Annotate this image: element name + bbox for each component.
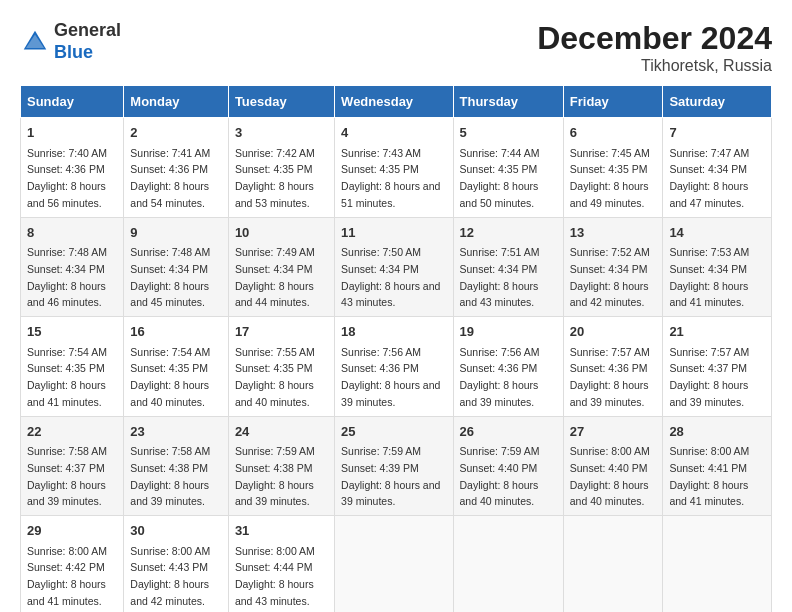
daylight-info: Daylight: 8 hours and 39 minutes.	[341, 479, 440, 508]
sunrise-info: Sunrise: 7:42 AM	[235, 147, 315, 159]
sunrise-info: Sunrise: 8:00 AM	[570, 445, 650, 457]
sunset-info: Sunset: 4:34 PM	[570, 263, 648, 275]
calendar-cell	[563, 516, 663, 613]
sunrise-info: Sunrise: 7:47 AM	[669, 147, 749, 159]
calendar-week-row: 1 Sunrise: 7:40 AM Sunset: 4:36 PM Dayli…	[21, 118, 772, 218]
daylight-info: Daylight: 8 hours and 39 minutes.	[669, 379, 748, 408]
sunrise-info: Sunrise: 7:48 AM	[130, 246, 210, 258]
header-row: SundayMondayTuesdayWednesdayThursdayFrid…	[21, 86, 772, 118]
daylight-info: Daylight: 8 hours and 39 minutes.	[341, 379, 440, 408]
calendar-cell: 13 Sunrise: 7:52 AM Sunset: 4:34 PM Dayl…	[563, 217, 663, 317]
sunset-info: Sunset: 4:35 PM	[341, 163, 419, 175]
sunset-info: Sunset: 4:35 PM	[235, 362, 313, 374]
sunset-info: Sunset: 4:36 PM	[27, 163, 105, 175]
sunset-info: Sunset: 4:38 PM	[130, 462, 208, 474]
sunrise-info: Sunrise: 7:54 AM	[27, 346, 107, 358]
weekday-header: Monday	[124, 86, 229, 118]
calendar-cell: 4 Sunrise: 7:43 AM Sunset: 4:35 PM Dayli…	[335, 118, 453, 218]
calendar-cell: 10 Sunrise: 7:49 AM Sunset: 4:34 PM Dayl…	[228, 217, 334, 317]
calendar-cell: 7 Sunrise: 7:47 AM Sunset: 4:34 PM Dayli…	[663, 118, 772, 218]
daylight-info: Daylight: 8 hours and 41 minutes.	[669, 280, 748, 309]
day-number: 25	[341, 422, 446, 442]
calendar-cell: 5 Sunrise: 7:44 AM Sunset: 4:35 PM Dayli…	[453, 118, 563, 218]
daylight-info: Daylight: 8 hours and 43 minutes.	[235, 578, 314, 607]
day-number: 12	[460, 223, 557, 243]
sunset-info: Sunset: 4:41 PM	[669, 462, 747, 474]
sunset-info: Sunset: 4:36 PM	[130, 163, 208, 175]
day-number: 3	[235, 123, 328, 143]
sunrise-info: Sunrise: 7:51 AM	[460, 246, 540, 258]
month-title: December 2024	[537, 20, 772, 57]
sunset-info: Sunset: 4:40 PM	[460, 462, 538, 474]
sunrise-info: Sunrise: 7:58 AM	[130, 445, 210, 457]
calendar-cell: 30 Sunrise: 8:00 AM Sunset: 4:43 PM Dayl…	[124, 516, 229, 613]
daylight-info: Daylight: 8 hours and 41 minutes.	[669, 479, 748, 508]
daylight-info: Daylight: 8 hours and 47 minutes.	[669, 180, 748, 209]
sunset-info: Sunset: 4:35 PM	[235, 163, 313, 175]
sunset-info: Sunset: 4:35 PM	[130, 362, 208, 374]
sunrise-info: Sunrise: 8:00 AM	[130, 545, 210, 557]
day-number: 7	[669, 123, 765, 143]
sunrise-info: Sunrise: 8:00 AM	[669, 445, 749, 457]
day-number: 28	[669, 422, 765, 442]
daylight-info: Daylight: 8 hours and 50 minutes.	[460, 180, 539, 209]
day-number: 10	[235, 223, 328, 243]
calendar-cell	[335, 516, 453, 613]
calendar-cell: 29 Sunrise: 8:00 AM Sunset: 4:42 PM Dayl…	[21, 516, 124, 613]
weekday-header: Friday	[563, 86, 663, 118]
sunrise-info: Sunrise: 7:53 AM	[669, 246, 749, 258]
calendar-cell: 31 Sunrise: 8:00 AM Sunset: 4:44 PM Dayl…	[228, 516, 334, 613]
sunset-info: Sunset: 4:39 PM	[341, 462, 419, 474]
calendar-cell: 6 Sunrise: 7:45 AM Sunset: 4:35 PM Dayli…	[563, 118, 663, 218]
sunrise-info: Sunrise: 7:41 AM	[130, 147, 210, 159]
calendar-cell: 1 Sunrise: 7:40 AM Sunset: 4:36 PM Dayli…	[21, 118, 124, 218]
day-number: 8	[27, 223, 117, 243]
sunrise-info: Sunrise: 7:50 AM	[341, 246, 421, 258]
sunset-info: Sunset: 4:42 PM	[27, 561, 105, 573]
sunrise-info: Sunrise: 7:45 AM	[570, 147, 650, 159]
sunrise-info: Sunrise: 7:56 AM	[460, 346, 540, 358]
day-number: 13	[570, 223, 657, 243]
sunset-info: Sunset: 4:34 PM	[460, 263, 538, 275]
sunset-info: Sunset: 4:36 PM	[341, 362, 419, 374]
calendar-cell: 22 Sunrise: 7:58 AM Sunset: 4:37 PM Dayl…	[21, 416, 124, 516]
day-number: 6	[570, 123, 657, 143]
day-number: 2	[130, 123, 222, 143]
title-block: December 2024 Tikhoretsk, Russia	[537, 20, 772, 75]
calendar-cell: 3 Sunrise: 7:42 AM Sunset: 4:35 PM Dayli…	[228, 118, 334, 218]
weekday-header: Wednesday	[335, 86, 453, 118]
sunrise-info: Sunrise: 8:00 AM	[27, 545, 107, 557]
daylight-info: Daylight: 8 hours and 43 minutes.	[460, 280, 539, 309]
page-header: General Blue December 2024 Tikhoretsk, R…	[20, 20, 772, 75]
day-number: 21	[669, 322, 765, 342]
daylight-info: Daylight: 8 hours and 39 minutes.	[460, 379, 539, 408]
daylight-info: Daylight: 8 hours and 42 minutes.	[130, 578, 209, 607]
calendar-cell: 12 Sunrise: 7:51 AM Sunset: 4:34 PM Dayl…	[453, 217, 563, 317]
logo-text: General Blue	[54, 20, 121, 63]
sunrise-info: Sunrise: 7:55 AM	[235, 346, 315, 358]
day-number: 16	[130, 322, 222, 342]
calendar-cell	[453, 516, 563, 613]
day-number: 23	[130, 422, 222, 442]
daylight-info: Daylight: 8 hours and 51 minutes.	[341, 180, 440, 209]
logo-icon	[20, 27, 50, 57]
weekday-header: Thursday	[453, 86, 563, 118]
daylight-info: Daylight: 8 hours and 44 minutes.	[235, 280, 314, 309]
day-number: 5	[460, 123, 557, 143]
daylight-info: Daylight: 8 hours and 43 minutes.	[341, 280, 440, 309]
day-number: 26	[460, 422, 557, 442]
daylight-info: Daylight: 8 hours and 53 minutes.	[235, 180, 314, 209]
day-number: 20	[570, 322, 657, 342]
day-number: 30	[130, 521, 222, 541]
sunset-info: Sunset: 4:44 PM	[235, 561, 313, 573]
sunrise-info: Sunrise: 7:49 AM	[235, 246, 315, 258]
sunset-info: Sunset: 4:40 PM	[570, 462, 648, 474]
sunrise-info: Sunrise: 7:48 AM	[27, 246, 107, 258]
daylight-info: Daylight: 8 hours and 40 minutes.	[570, 479, 649, 508]
day-number: 27	[570, 422, 657, 442]
daylight-info: Daylight: 8 hours and 39 minutes.	[235, 479, 314, 508]
day-number: 11	[341, 223, 446, 243]
daylight-info: Daylight: 8 hours and 41 minutes.	[27, 578, 106, 607]
sunrise-info: Sunrise: 7:59 AM	[460, 445, 540, 457]
calendar-cell: 20 Sunrise: 7:57 AM Sunset: 4:36 PM Dayl…	[563, 317, 663, 417]
